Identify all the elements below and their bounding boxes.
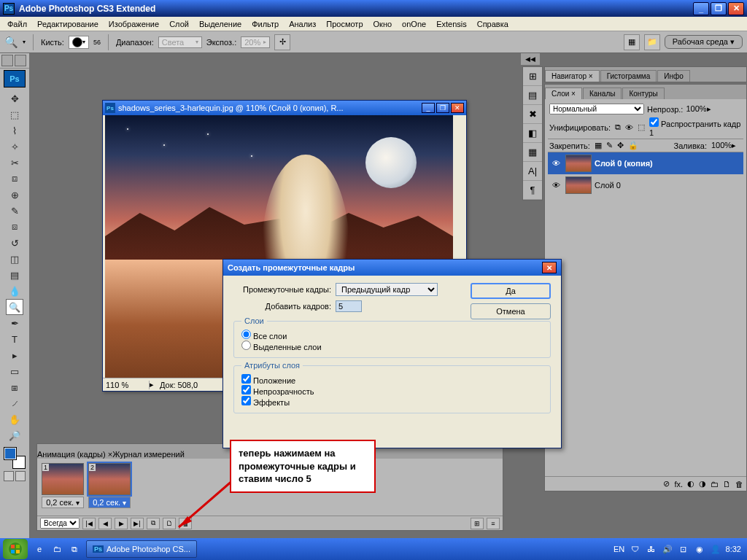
layer-row[interactable]: 👁 Слой 0 (копия): [548, 152, 743, 174]
cancel-button[interactable]: Отмена: [471, 303, 551, 319]
doc-minimize-button[interactable]: _: [422, 103, 435, 113]
menu-layer[interactable]: Слой: [165, 18, 193, 30]
menu-file[interactable]: Файл: [3, 18, 31, 30]
close-button[interactable]: ✕: [728, 2, 744, 15]
layer-thumbnail[interactable]: [565, 176, 592, 194]
unify-style-icon[interactable]: ⬚: [638, 122, 645, 132]
navigator-icon[interactable]: ⊞: [523, 67, 542, 86]
brush-tool-icon[interactable]: ✎: [6, 203, 23, 219]
layer-style-icon[interactable]: fx.: [674, 480, 683, 489]
tray-msn-icon[interactable]: 👤: [710, 543, 721, 555]
frames-to-add-input[interactable]: [336, 300, 362, 312]
screen-mode-full-icon[interactable]: [15, 55, 26, 66]
tab-measurements[interactable]: Журнал измерений: [112, 450, 185, 459]
info-icon[interactable]: ✖: [523, 105, 542, 124]
lock-transparency-icon[interactable]: ▦: [595, 141, 602, 150]
unify-position-icon[interactable]: ⧉: [615, 122, 621, 132]
menu-help[interactable]: Справка: [473, 18, 513, 30]
ok-button[interactable]: Да: [471, 283, 551, 299]
tab-animation[interactable]: Анимация (кадры) ×: [37, 450, 112, 459]
dialog-titlebar[interactable]: Создать промежуточные кадры ✕: [223, 260, 561, 276]
tray-usb-icon[interactable]: ⊡: [678, 543, 689, 555]
panel-menu-icon[interactable]: ≡: [487, 518, 500, 529]
foreground-color-swatch[interactable]: [4, 448, 16, 459]
quicklaunch-desktop-icon[interactable]: ⧉: [66, 541, 82, 557]
tray-volume-icon[interactable]: 🔊: [662, 543, 673, 555]
layer-row[interactable]: 👁 Слой 0: [548, 174, 743, 196]
hand-tool-icon[interactable]: ✋: [6, 411, 23, 427]
path-select-tool-icon[interactable]: ▸: [6, 347, 23, 363]
airbrush-icon[interactable]: ✢: [274, 34, 290, 50]
slice-tool-icon[interactable]: ⧈: [6, 171, 23, 187]
layer-name[interactable]: Слой 0 (копия): [595, 159, 653, 168]
wand-tool-icon[interactable]: ✧: [6, 139, 23, 155]
menu-view[interactable]: Просмотр: [322, 18, 367, 30]
layer-thumbnail[interactable]: [565, 155, 592, 172]
bridge-icon[interactable]: 📁: [644, 34, 660, 50]
menu-window[interactable]: Окно: [369, 18, 397, 30]
tray-network-icon[interactable]: 🖧: [646, 543, 657, 555]
tray-app-icon[interactable]: ◉: [694, 543, 705, 555]
notes-tool-icon[interactable]: 🗉: [6, 379, 23, 395]
blur-tool-icon[interactable]: 💧: [6, 283, 23, 299]
zoom-field[interactable]: 110 %: [106, 381, 150, 389]
quick-mask-on-icon[interactable]: [15, 471, 26, 481]
tab-histogram[interactable]: Гистограмма: [600, 70, 657, 82]
swatches-icon[interactable]: ▦: [523, 143, 542, 162]
prev-frame-icon[interactable]: ◀: [98, 518, 112, 529]
effects-checkbox[interactable]: Эффекты: [241, 398, 290, 407]
tab-channels[interactable]: Каналы: [583, 88, 622, 99]
tab-paths[interactable]: Контуры: [622, 88, 664, 99]
frame-delay[interactable]: 0,2 сек. ▾: [88, 497, 131, 508]
history-brush-tool-icon[interactable]: ↺: [6, 235, 23, 251]
paragraph-icon[interactable]: ¶: [523, 181, 542, 200]
workspace-button[interactable]: Рабочая среда ▾: [665, 35, 743, 49]
layer-mask-icon[interactable]: ◐: [687, 479, 694, 489]
heal-tool-icon[interactable]: ⊕: [6, 187, 23, 203]
tool-flyout-icon[interactable]: ▾: [23, 39, 26, 45]
delete-frame-icon[interactable]: 🗑: [179, 518, 192, 529]
exposure-select[interactable]: 20%▸: [241, 36, 270, 48]
propagate-checkbox[interactable]: Распространить кадр 1: [649, 117, 742, 137]
minimize-button[interactable]: _: [693, 2, 709, 15]
menu-select[interactable]: Выделение: [195, 18, 246, 30]
dialog-close-button[interactable]: ✕: [542, 262, 557, 273]
layer-group-icon[interactable]: 🗀: [711, 480, 719, 489]
color-icon[interactable]: ◧: [523, 124, 542, 143]
screen-mode-standard-icon[interactable]: [1, 55, 13, 66]
tray-shield-icon[interactable]: 🛡: [630, 543, 641, 555]
unify-visibility-icon[interactable]: 👁: [625, 123, 633, 132]
pen-tool-icon[interactable]: ✒: [6, 315, 23, 331]
start-button[interactable]: [3, 539, 28, 559]
crop-tool-icon[interactable]: ✂: [6, 155, 23, 171]
quicklaunch-ie-icon[interactable]: e: [31, 541, 47, 557]
blend-mode-select[interactable]: Нормальный: [549, 104, 644, 114]
visibility-icon[interactable]: 👁: [549, 159, 562, 168]
color-swatches[interactable]: [4, 448, 25, 468]
lock-image-icon[interactable]: ✎: [606, 141, 613, 150]
dodge-tool-icon[interactable]: 🔍: [6, 299, 23, 315]
doc-maximize-button[interactable]: ❐: [436, 103, 449, 113]
layer-name[interactable]: Слой 0: [595, 181, 621, 190]
lasso-tool-icon[interactable]: ⌇: [6, 122, 23, 139]
adjustment-layer-icon[interactable]: ◑: [699, 479, 706, 489]
quicklaunch-explorer-icon[interactable]: 🗀: [49, 541, 65, 557]
panel-collapse-handle[interactable]: ◀◀: [521, 53, 540, 65]
palette-well-icon[interactable]: ▦: [624, 34, 640, 50]
menu-filter[interactable]: Фильтр: [247, 18, 283, 30]
menu-onone[interactable]: onOne: [398, 18, 430, 30]
tab-layers[interactable]: Слои ×: [545, 88, 582, 99]
taskbar-app-button[interactable]: Ps Adobe Photoshop CS...: [86, 540, 197, 558]
opacity-field[interactable]: 100%▸: [686, 104, 716, 114]
new-layer-icon[interactable]: 🗋: [723, 480, 731, 489]
styles-icon[interactable]: A|: [523, 162, 542, 181]
quick-mask-off-icon[interactable]: [4, 471, 14, 481]
convert-timeline-icon[interactable]: ⊞: [471, 518, 484, 529]
type-tool-icon[interactable]: T: [6, 331, 23, 347]
maximize-button[interactable]: ❐: [711, 2, 727, 15]
play-icon[interactable]: ▶: [115, 518, 128, 529]
document-titlebar[interactable]: Ps shadows_series_3-harlequin.jpg @ 110%…: [103, 101, 466, 115]
position-checkbox[interactable]: Положение: [241, 376, 295, 385]
gradient-tool-icon[interactable]: ▤: [6, 267, 23, 283]
marquee-tool-icon[interactable]: ⬚: [6, 106, 23, 122]
